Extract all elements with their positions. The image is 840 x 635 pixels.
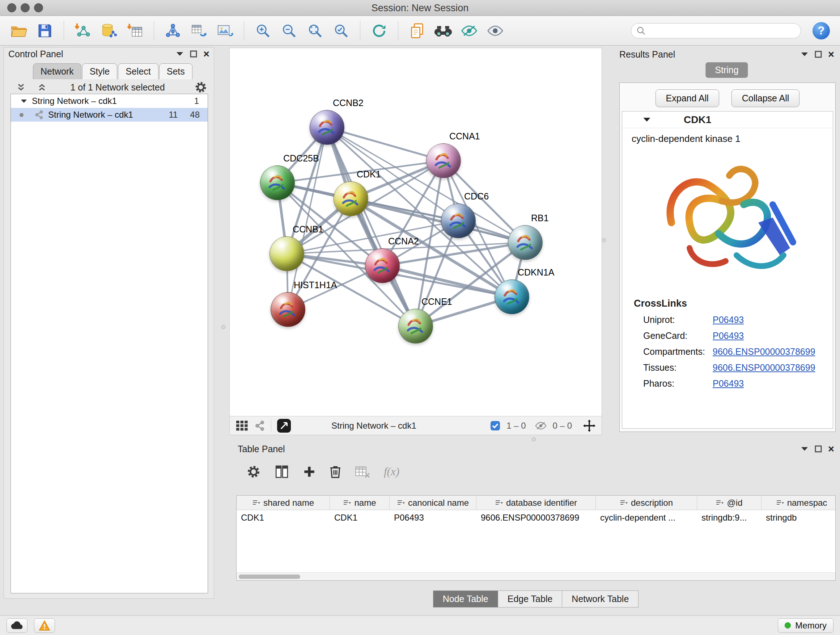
memory-button[interactable]: Memory — [778, 618, 834, 633]
gene-section-header[interactable]: CDK1 — [622, 111, 833, 128]
import-network-file-button[interactable] — [71, 19, 95, 42]
network-node-ccne1[interactable] — [398, 309, 433, 344]
column-header-database-identifier[interactable]: database identifier — [477, 496, 596, 510]
scrollbar-thumb[interactable] — [239, 575, 300, 579]
expand-all-tree-icon[interactable] — [16, 83, 26, 92]
table-cell[interactable]: 9606.ENSP00000378699 — [477, 510, 596, 524]
zoom-out-button[interactable] — [278, 19, 301, 42]
share-network-icon[interactable] — [254, 420, 265, 431]
network-node-ccnb1[interactable] — [270, 236, 304, 271]
crosslink-value[interactable]: P06493 — [713, 315, 744, 325]
graphics-details-button[interactable] — [458, 19, 481, 42]
warnings-button[interactable] — [34, 618, 55, 633]
gear-icon[interactable] — [194, 81, 207, 94]
minimize-window-button[interactable] — [21, 3, 30, 12]
column-header-shared-name[interactable]: shared name — [237, 496, 330, 510]
function-builder-button[interactable]: f(x) — [384, 465, 399, 478]
collapse-all-tree-icon[interactable] — [37, 83, 47, 92]
network-row-selected[interactable]: String Network – cdk1 11 48 — [11, 108, 208, 122]
network-node-cdk1[interactable] — [333, 181, 368, 216]
delete-icon[interactable] — [330, 465, 341, 478]
tab-node-table[interactable]: Node Table — [433, 591, 498, 608]
tab-style[interactable]: Style — [82, 63, 118, 79]
close-panel-icon[interactable]: × — [203, 49, 210, 59]
copy-documents-button[interactable] — [406, 19, 429, 42]
resize-handle[interactable] — [602, 238, 606, 242]
section-caret-icon[interactable] — [643, 117, 651, 122]
column-header-canonical-name[interactable]: canonical name — [390, 496, 477, 510]
crosslink-value[interactable]: P06493 — [713, 378, 744, 389]
close-window-button[interactable] — [7, 3, 16, 12]
network-from-table-button[interactable] — [187, 19, 210, 42]
birdseye-toggle-button[interactable] — [277, 419, 291, 432]
tab-network-table[interactable]: Network Table — [562, 591, 638, 608]
column-header-name[interactable]: name — [330, 496, 390, 510]
import-table-button[interactable] — [123, 19, 147, 42]
tab-select[interactable]: Select — [118, 63, 158, 79]
close-panel-icon[interactable]: × — [828, 49, 834, 60]
show-hide-button[interactable] — [484, 19, 507, 42]
tab-network[interactable]: Network — [33, 63, 81, 79]
network-canvas[interactable]: CCNB2CCNA1CDC25BCDK1CDC6RB1CCNB1CCNA2CDK… — [230, 48, 602, 416]
network-node-cdc6[interactable] — [441, 203, 476, 238]
add-column-icon[interactable] — [303, 465, 316, 478]
hidden-eye-icon[interactable] — [535, 421, 547, 431]
new-network-button[interactable] — [161, 19, 185, 42]
column-header--id[interactable]: @id — [697, 496, 761, 510]
float-panel-icon[interactable] — [189, 50, 197, 58]
zoom-selected-button[interactable] — [330, 19, 353, 42]
table-cell[interactable]: CDK1 — [237, 510, 330, 524]
table-cell[interactable]: stringdb:9... — [697, 510, 761, 524]
crosslink-value[interactable]: P06493 — [713, 331, 744, 341]
tree-caret-icon[interactable] — [20, 99, 27, 103]
table-data-row[interactable]: CDK1CDK1P064939606.ENSP00000378699cyclin… — [237, 510, 835, 524]
collapse-all-button[interactable]: Collapse All — [731, 89, 800, 107]
tab-edge-table[interactable]: Edge Table — [498, 591, 562, 608]
table-horizontal-scrollbar[interactable] — [237, 572, 835, 580]
table-cell[interactable]: cyclin-dependent ... — [596, 510, 697, 524]
network-node-cdkn1a[interactable] — [494, 279, 529, 314]
table-cell[interactable]: CDK1 — [330, 510, 390, 524]
table-gear-icon[interactable] — [246, 464, 261, 479]
maximize-window-button[interactable] — [34, 3, 43, 12]
resize-handle[interactable] — [221, 325, 225, 329]
table-cell[interactable]: stringdb — [761, 510, 836, 524]
network-node-cdc25b[interactable] — [260, 165, 295, 200]
cloud-button[interactable] — [6, 618, 27, 633]
network-node-ccna2[interactable] — [365, 249, 400, 283]
search-box[interactable] — [631, 23, 801, 38]
binoculars-button[interactable] — [431, 19, 455, 42]
search-input[interactable] — [649, 26, 796, 36]
network-node-hist1h1a[interactable] — [271, 292, 305, 327]
expand-all-button[interactable]: Expand All — [655, 89, 719, 107]
tab-sets[interactable]: Sets — [159, 63, 193, 79]
float-panel-icon[interactable] — [814, 50, 822, 58]
panel-menu-caret-icon[interactable] — [176, 51, 184, 57]
panel-menu-caret-icon[interactable] — [801, 52, 808, 57]
crosslink-value[interactable]: 9606.ENSP00000378699 — [713, 347, 815, 357]
help-button[interactable]: ? — [813, 22, 830, 40]
resize-handle[interactable] — [532, 437, 536, 441]
zoom-fit-button[interactable] — [303, 19, 327, 42]
apply-layout-button[interactable] — [368, 19, 391, 42]
grid-view-icon[interactable] — [235, 420, 248, 432]
pan-crosshair-icon[interactable] — [583, 419, 596, 432]
network-node-ccna1[interactable] — [426, 143, 461, 178]
column-header-description[interactable]: description — [596, 496, 697, 510]
zoom-in-button[interactable] — [251, 19, 275, 42]
open-session-button[interactable] — [7, 19, 30, 42]
tab-string[interactable]: String — [706, 62, 748, 78]
float-panel-icon[interactable] — [814, 445, 822, 453]
network-node-ccnb2[interactable] — [309, 110, 344, 145]
column-header-namespac[interactable]: namespac — [761, 496, 836, 510]
import-network-database-button[interactable] — [97, 19, 120, 42]
save-session-button[interactable] — [33, 19, 57, 42]
table-cell[interactable]: P06493 — [390, 510, 477, 524]
network-collection-row[interactable]: String Network – cdk1 1 — [11, 94, 208, 108]
crosslink-value[interactable]: 9606.ENSP00000378699 — [713, 363, 815, 373]
close-panel-icon[interactable]: × — [828, 444, 834, 454]
selected-checkbox-icon[interactable] — [490, 420, 501, 431]
columns-icon[interactable] — [275, 464, 289, 479]
export-image-button[interactable] — [213, 19, 237, 42]
network-node-rb1[interactable] — [508, 225, 543, 260]
